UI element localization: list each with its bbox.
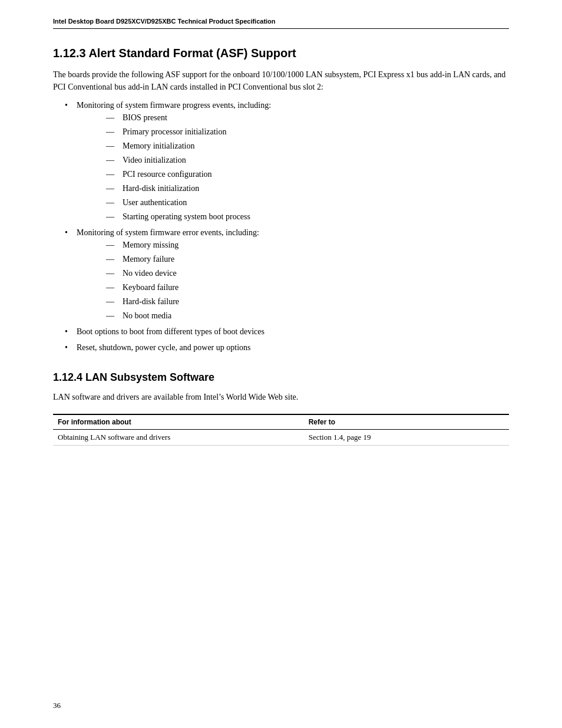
main-bullet-list: Monitoring of system firmware progress e… — [65, 99, 509, 354]
bullet4-text: Reset, shutdown, power cycle, and power … — [77, 343, 251, 352]
bullet-item-4: Reset, shutdown, power cycle, and power … — [65, 341, 509, 354]
table-col2-header: Refer to — [304, 414, 509, 430]
page: Intel Desktop Board D925XCV/D925XBC Tech… — [0, 0, 562, 728]
dash-item: Memory initialization — [106, 140, 509, 152]
dash-item: Hard-disk initialization — [106, 182, 509, 195]
section-124-title: 1.12.4 LAN Subsystem Software — [53, 371, 509, 384]
dash-item: Keyboard failure — [106, 281, 509, 294]
section-123-title: 1.12.3 Alert Standard Format (ASF) Suppo… — [53, 47, 509, 60]
dash-item: PCI resource configuration — [106, 168, 509, 180]
dash-item: Memory failure — [106, 253, 509, 265]
lan-intro-text: LAN software and drivers are available f… — [53, 391, 509, 403]
bullet-item-2: Monitoring of system firmware error even… — [65, 226, 509, 322]
progress-events-list: BIOS present Primary processor initializ… — [106, 111, 509, 223]
dash-item: Primary processor initialization — [106, 126, 509, 138]
dash-item: No boot media — [106, 309, 509, 322]
table-cell-col2: Section 1.4, page 19 — [304, 430, 509, 446]
dash-item: No video device — [106, 267, 509, 279]
info-table: For information about Refer to Obtaining… — [53, 414, 509, 446]
table-col1-header: For information about — [53, 414, 304, 430]
dash-item: BIOS present — [106, 111, 509, 124]
bullet3-text: Boot options to boot from different type… — [77, 327, 265, 336]
bullet-item-3: Boot options to boot from different type… — [65, 325, 509, 338]
table-row: Obtaining LAN software and drivers Secti… — [53, 430, 509, 446]
page-header: Intel Desktop Board D925XCV/D925XBC Tech… — [53, 18, 509, 29]
bullet2-text: Monitoring of system firmware error even… — [77, 228, 259, 237]
section-123-intro: The boards provide the following ASF sup… — [53, 68, 509, 93]
page-number: 36 — [53, 701, 61, 710]
table-cell-col1: Obtaining LAN software and drivers — [53, 430, 304, 446]
dash-item: Memory missing — [106, 239, 509, 251]
dash-item: Starting operating system boot process — [106, 210, 509, 223]
error-events-list: Memory missing Memory failure No video d… — [106, 239, 509, 322]
dash-item: Hard-disk failure — [106, 295, 509, 308]
bullet-item-1: Monitoring of system firmware progress e… — [65, 99, 509, 223]
header-text: Intel Desktop Board D925XCV/D925XBC Tech… — [53, 18, 276, 25]
bullet1-text: Monitoring of system firmware progress e… — [77, 101, 271, 110]
dash-item: Video initialization — [106, 154, 509, 166]
dash-item: User authentication — [106, 196, 509, 209]
